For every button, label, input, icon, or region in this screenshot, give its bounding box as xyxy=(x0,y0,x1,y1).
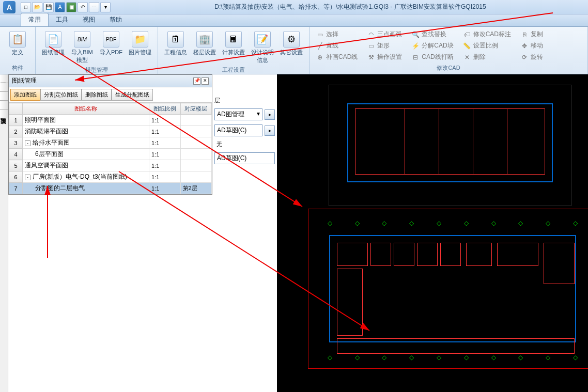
vtab-project-set[interactable]: 工程设置 xyxy=(0,74,8,83)
undo-icon[interactable]: ↶ xyxy=(78,2,88,12)
import-bim-button[interactable]: BIM导入BIM模型 xyxy=(69,29,96,65)
col-name[interactable]: 图纸名称 xyxy=(23,103,149,115)
find-button[interactable]: 🔍查找替换 xyxy=(409,29,455,40)
cad-break-button[interactable]: ⊟CAD线打断 xyxy=(409,52,455,62)
titlebar: A □ 📂 💾 A ▣ ↶ ⋯ ▾ D:\预结算及抽筋\安装（电气、给排水、等）… xyxy=(0,0,588,14)
break-icon: ⊟ xyxy=(411,53,420,61)
table-row[interactable]: 5通风空调平面图1:1 xyxy=(9,160,212,171)
other-set-button[interactable]: ⚙其它设置 xyxy=(278,29,305,65)
cell-scale[interactable]: 1:1 xyxy=(149,137,180,149)
fill-cad-button[interactable]: ⊕补画CAD线 xyxy=(314,52,360,62)
define-button[interactable]: 📋 定义 xyxy=(4,29,31,57)
cell-floor[interactable]: 第2层 xyxy=(180,183,211,194)
cell-name[interactable]: 消防喷淋平面图 xyxy=(23,126,149,137)
col-scale[interactable]: 图纸比例 xyxy=(149,103,180,115)
table-row[interactable]: 46层平面图1:1 xyxy=(9,149,212,160)
cell-scale[interactable]: 1:1 xyxy=(149,183,180,194)
vtab-draw-input[interactable]: 绘图输入 xyxy=(0,83,8,92)
floor-icon: 🏢 xyxy=(196,31,213,48)
vertical-sidebar: 工程设置 绘图输入 表格输入 集中套用做法 报表预览 xyxy=(0,74,8,392)
gen-drawing-button[interactable]: 生成分配图纸 xyxy=(112,89,153,101)
cell-scale[interactable]: 1:1 xyxy=(149,160,180,171)
close-icon[interactable]: ✕ xyxy=(202,77,209,85)
cell-floor[interactable] xyxy=(180,126,211,137)
pin-icon[interactable]: 📌 xyxy=(193,77,200,85)
cell-scale[interactable]: 1:1 xyxy=(149,149,180,160)
split-drawing-button[interactable]: 分割定位图纸 xyxy=(40,89,82,101)
tree-toggle-icon[interactable]: - xyxy=(25,140,30,146)
col-floor[interactable]: 对应楼层 xyxy=(180,103,211,115)
cad-sketch2-dropdown[interactable]: AD草图(C) xyxy=(214,152,275,164)
vtab-report-preview[interactable]: 报表预览 xyxy=(0,109,8,118)
move-button[interactable]: ✥移动 xyxy=(518,40,545,51)
cad-viewport[interactable]: ◇◇◇◇◇◇◇◇◇◇ ◇◇◇◇◇◇◇◇◇◇ xyxy=(277,74,588,392)
pic-mgr-button[interactable]: 📁图片管理 xyxy=(127,29,153,65)
new-icon[interactable]: □ xyxy=(21,2,31,12)
select-button[interactable]: ▭选择 xyxy=(314,29,360,40)
ribbon-tabs: 常用 工具 视图 帮助 xyxy=(0,14,588,27)
calc-set-button[interactable]: 🖩计算设置 xyxy=(220,29,247,65)
select-icon: ▭ xyxy=(316,30,324,39)
paper-mgr-button[interactable]: 📄图纸管理 xyxy=(40,29,67,65)
mod-label-button[interactable]: 🏷修改CAD标注 xyxy=(461,29,513,40)
table-row[interactable]: 1照明平面图1:1 xyxy=(9,115,212,126)
table-row[interactable]: 6-厂房(新版）电气-DQ_t3(当前图纸)1:1 xyxy=(9,171,212,183)
table-row[interactable]: 2消防喷淋平面图1:1 xyxy=(9,126,212,137)
redo-icon[interactable]: ⋯ xyxy=(89,2,99,12)
tab-help[interactable]: 帮助 xyxy=(102,13,129,26)
fill-icon: ⊕ xyxy=(316,53,324,61)
cell-floor[interactable] xyxy=(180,160,211,171)
cell-floor[interactable] xyxy=(180,115,211,126)
cell-scale[interactable]: 1:1 xyxy=(149,171,180,183)
rect-button[interactable]: ▭矩形 xyxy=(365,40,404,51)
set-scale-button[interactable]: 📏设置比例 xyxy=(461,40,513,51)
cad-mgr-dropdown[interactable]: AD图管理▾ xyxy=(214,108,262,120)
floor-set-button[interactable]: 🏢楼层设置 xyxy=(191,29,218,65)
add-drawing-button[interactable]: 添加图纸 xyxy=(10,89,40,101)
three-arc-button[interactable]: ◠三点画弧 xyxy=(365,29,404,40)
split-cad-button[interactable]: ⚡分解CAD块 xyxy=(409,40,455,51)
table-row[interactable]: 3-给排水平面图1:1 xyxy=(9,137,212,149)
cell-name[interactable]: 6层平面图 xyxy=(23,149,149,160)
design-info-button[interactable]: 📝设计说明信息 xyxy=(249,29,276,65)
cell-scale[interactable]: 1:1 xyxy=(149,115,180,126)
cell-name[interactable]: -厂房(新版）电气-DQ_t3(当前图纸) xyxy=(23,171,149,183)
tree-toggle-icon[interactable]: - xyxy=(25,175,30,180)
a-icon[interactable]: A xyxy=(55,2,65,12)
copy-button[interactable]: ⎘复制 xyxy=(518,29,545,40)
save-icon[interactable]: 💾 xyxy=(43,2,54,12)
app-icon[interactable]: A xyxy=(3,1,16,13)
del-drawing-button[interactable]: 删除图纸 xyxy=(82,89,112,101)
proj-info-button[interactable]: 🗓工程信息 xyxy=(162,29,189,65)
cell-floor[interactable] xyxy=(180,171,211,183)
drawing-mgr-panel: 图纸管理 📌 ✕ 添加图纸 分割定位图纸 删除图纸 生成分配图纸 图纸名称 图纸… xyxy=(8,74,212,195)
cell-name[interactable]: 分割图的二层电气 xyxy=(23,183,149,194)
delete-button[interactable]: ✕删除 xyxy=(461,52,513,62)
tab-tools[interactable]: 工具 xyxy=(49,13,75,26)
cell-scale[interactable]: 1:1 xyxy=(149,126,180,137)
import-pdf-button[interactable]: PDF导入PDF xyxy=(98,29,125,65)
vtab-table-input[interactable]: 表格输入 xyxy=(0,92,8,101)
cad-sketch1-dropdown[interactable]: AD草图(C) xyxy=(214,124,262,136)
cell-floor[interactable] xyxy=(180,149,211,160)
tab-view[interactable]: 视图 xyxy=(75,13,102,26)
op-set-button[interactable]: ⚒操作设置 xyxy=(365,52,404,62)
bim-icon: BIM xyxy=(74,31,90,48)
line-button[interactable]: ╱直线 xyxy=(314,40,360,51)
row-number: 3 xyxy=(9,137,23,149)
cad-sketch1-go-button[interactable]: ▸ xyxy=(265,126,275,136)
group-label: 工程设置 xyxy=(162,65,305,74)
cad-mgr-go-button[interactable]: ▸ xyxy=(265,109,275,120)
cell-name[interactable]: -给排水平面图 xyxy=(23,137,149,149)
cell-floor[interactable] xyxy=(180,137,211,149)
dropdown-icon[interactable]: ▾ xyxy=(100,2,111,12)
open-icon[interactable]: 📂 xyxy=(32,2,42,12)
rotate-button[interactable]: ⟳旋转 xyxy=(518,52,545,62)
tab-common[interactable]: 常用 xyxy=(21,13,49,26)
layer-icon[interactable]: ▣ xyxy=(66,2,76,12)
vtab-batch-apply[interactable]: 集中套用做法 xyxy=(0,101,8,109)
table-row[interactable]: 7分割图的二层电气1:1第2层 xyxy=(9,183,212,194)
cell-name[interactable]: 通风空调平面图 xyxy=(23,160,149,171)
cell-name[interactable]: 照明平面图 xyxy=(23,115,149,126)
define-icon: 📋 xyxy=(9,31,26,48)
